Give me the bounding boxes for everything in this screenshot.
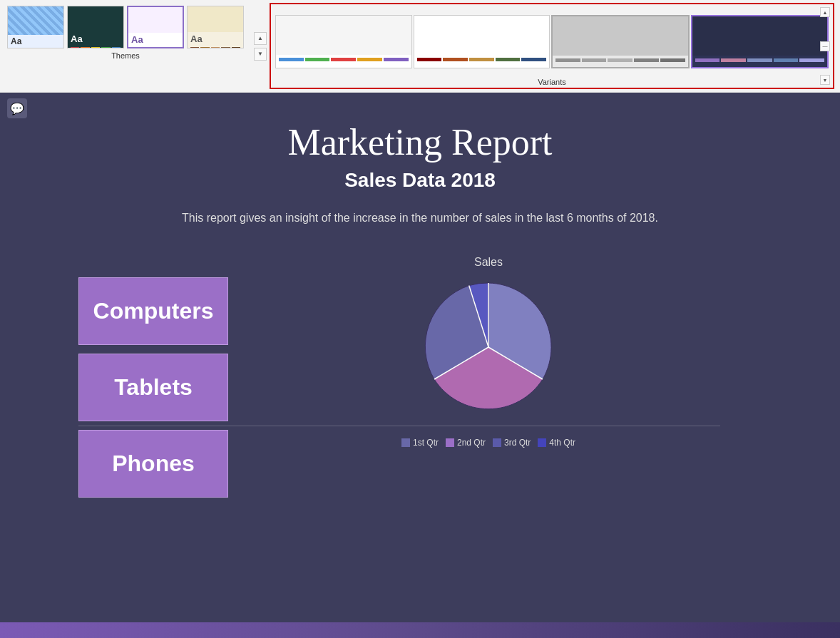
category-label-computers: Computers [93,298,214,324]
legend-item-2: 2nd Qtr [446,438,486,448]
toolbar: Aa Aa [0,0,840,93]
themes-label: Themes [111,51,140,60]
bottom-bar [0,622,840,638]
pie-legend: 1st Qtr 2nd Qtr 3rd Qtr 4th Qtr [401,438,575,448]
variants-section: Variants ▲ — ▼ [270,3,834,89]
legend-item-4: 4th Qtr [538,438,575,448]
pie-chart-title: Sales [474,256,503,269]
legend-item-3: 3rd Qtr [493,438,531,448]
variant-card-1[interactable] [275,15,412,68]
scroll-down-btn[interactable]: ▼ [254,48,267,61]
legend-label-3: 3rd Qtr [504,438,531,448]
variants-row [271,4,833,76]
category-label-tablets: Tablets [114,374,193,401]
slide-area: 💬 Marketing Report Sales Data 2018 This … [0,93,840,638]
slide-description: This report gives an insight of the incr… [182,209,658,227]
chart-separator [78,426,720,426]
category-labels: Computers Tablets Phones [78,277,228,498]
slide-subtitle: Sales Data 2018 [344,169,496,192]
scroll-up-btn[interactable]: ▲ [254,32,267,45]
variants-scroll-down[interactable]: ▼ [820,75,830,85]
variant-card-4[interactable] [691,15,829,68]
legend-label-1: 1st Qtr [413,438,439,448]
legend-box-2 [446,438,454,447]
legend-item-1: 1st Qtr [401,438,439,448]
legend-box-1 [401,438,410,447]
variant-card-2[interactable] [414,15,550,68]
category-btn-tablets[interactable]: Tablets [78,354,228,421]
variants-scroll-mid[interactable]: — [820,41,830,51]
themes-scroll-arrows: ▲ ▼ [251,0,270,92]
category-btn-computers[interactable]: Computers [78,277,228,345]
theme-card-1[interactable]: Aa [7,6,64,48]
theme-label-1: Aa [8,35,63,48]
slide-title: Marketing Report [287,121,552,163]
slide-content: Marketing Report Sales Data 2018 This re… [0,93,840,638]
variants-scroll-up[interactable]: ▲ [820,7,830,17]
variants-scroll: ▲ — ▼ [820,4,831,88]
chart-area: Computers Tablets Phones Sales [57,256,783,498]
category-btn-phones[interactable]: Phones [78,430,228,498]
legend-box-4 [538,438,546,447]
themes-row: Aa Aa [7,6,244,48]
legend-label-4: 4th Qtr [549,438,575,448]
theme-card-4[interactable]: Aa [187,6,244,48]
legend-label-2: 2nd Qtr [457,438,486,448]
category-label-phones: Phones [112,451,195,477]
variant-card-3[interactable] [551,15,690,68]
theme-card-2[interactable]: Aa [67,6,124,48]
theme-card-3[interactable]: Aa [127,6,184,48]
pie-chart [417,276,560,418]
pie-chart-area: Sales [257,256,720,448]
legend-box-3 [493,438,501,447]
variants-label: Variants [271,76,833,88]
themes-section: Aa Aa [0,0,251,92]
